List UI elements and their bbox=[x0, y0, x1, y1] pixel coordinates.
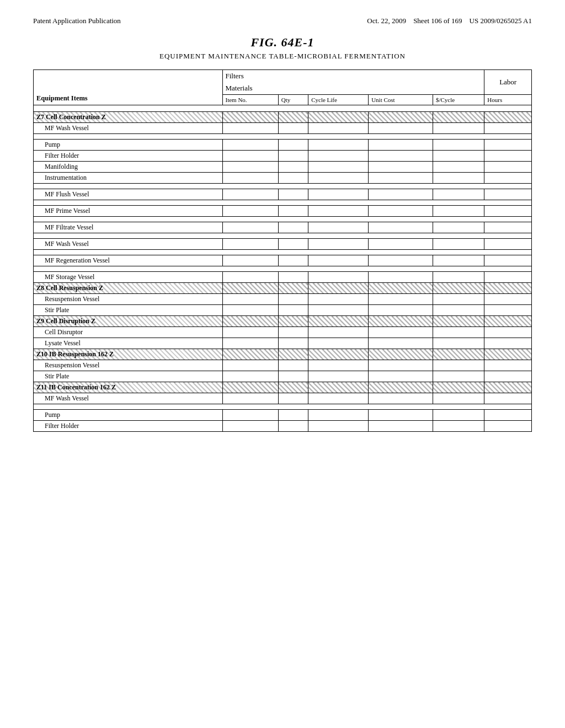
equipment-header: Equipment Items bbox=[34, 70, 223, 105]
spacer-row-s7 bbox=[34, 134, 532, 140]
spacer-row-s7c bbox=[34, 200, 532, 206]
table-row: MF Wash Vessel bbox=[34, 123, 532, 134]
table-row: MF Prime Vessel bbox=[34, 206, 532, 217]
section10-label: Z10 IB Resuspension 162 Z bbox=[34, 349, 223, 360]
table-row: MF Wash Vessel bbox=[34, 393, 532, 404]
table-row: Instrumentation bbox=[34, 173, 532, 184]
table-row: Resuspension Vessel bbox=[34, 360, 532, 371]
publication-label: Patent Application Publication bbox=[33, 17, 121, 25]
figure-subtitle: EQUIPMENT MAINTENANCE TABLE-MICROBIAL FE… bbox=[33, 52, 532, 61]
table-row: Filter Holder bbox=[34, 151, 532, 162]
itemno-col-header: Item No. bbox=[222, 95, 278, 105]
qty-col-header: Qty bbox=[278, 95, 308, 105]
filters-header: Filters bbox=[222, 70, 484, 83]
spacer-row-s7e bbox=[34, 233, 532, 239]
publication-meta: Oct. 22, 2009 Sheet 106 of 169 US 2009/0… bbox=[367, 17, 532, 25]
section8-label: Z8 Cell Resuspension Z bbox=[34, 283, 223, 294]
spacer-row-s7b bbox=[34, 184, 532, 189]
section9-label: Z9 Cell Disruption Z bbox=[34, 316, 223, 327]
table-row: Cell Disruptor bbox=[34, 327, 532, 338]
table-row: MF Flush Vessel bbox=[34, 189, 532, 200]
section11-label: Z11 IB Concentration 162 Z bbox=[34, 382, 223, 393]
spacer-row-s7g bbox=[34, 266, 532, 272]
labor-header: Labor bbox=[484, 70, 532, 95]
header-row-1: Equipment Items Filters Labor bbox=[34, 70, 532, 83]
spacer-row-s7d bbox=[34, 217, 532, 222]
table-row: Filter Holder bbox=[34, 421, 532, 432]
main-table: Equipment Items Filters Labor Materials … bbox=[33, 69, 532, 432]
table-row: Stir Plate bbox=[34, 371, 532, 382]
section8-header: Z8 Cell Resuspension Z bbox=[34, 283, 532, 294]
section9-header: Z9 Cell Disruption Z bbox=[34, 316, 532, 327]
spacer-row-s7f bbox=[34, 250, 532, 255]
section7-label: Z7 Cell Concentration Z bbox=[34, 112, 223, 123]
section7-header: Z7 Cell Concentration Z bbox=[34, 112, 532, 123]
section10-header: Z10 IB Resuspension 162 Z bbox=[34, 349, 532, 360]
table-row: Manifolding bbox=[34, 162, 532, 173]
table-row: Lysate Vessel bbox=[34, 338, 532, 349]
page-header: Patent Application Publication Oct. 22, … bbox=[33, 17, 532, 25]
cyclelife-col-header: Cycle Life bbox=[308, 95, 369, 105]
hours-col-header: Hours bbox=[484, 95, 532, 105]
spacer-row-s11 bbox=[34, 404, 532, 410]
percycle-col-header: $/Cycle bbox=[433, 95, 484, 105]
table-row: Pump bbox=[34, 410, 532, 421]
materials-header: Materials bbox=[222, 82, 484, 95]
table-row: MF Wash Vessel bbox=[34, 239, 532, 250]
figure-title: FIG. 64E-1 bbox=[33, 35, 532, 50]
spacer-row bbox=[34, 105, 532, 112]
table-row: Stir Plate bbox=[34, 305, 532, 316]
table-row: Pump bbox=[34, 140, 532, 151]
table-row: Resuspension Vessel bbox=[34, 294, 532, 305]
table-row: MF Regeneration Vessel bbox=[34, 255, 532, 266]
table-row: MF Storage Vessel bbox=[34, 272, 532, 283]
section11-header: Z11 IB Concentration 162 Z bbox=[34, 382, 532, 393]
unitcost-col-header: Unit Cost bbox=[369, 95, 433, 105]
table-row: MF Filtrate Vessel bbox=[34, 222, 532, 233]
